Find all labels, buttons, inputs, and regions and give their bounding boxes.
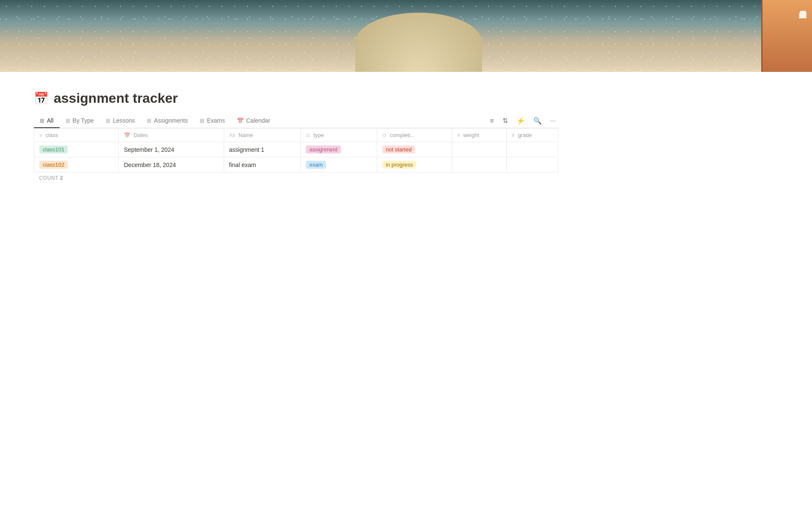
cell-type-2: exam <box>301 157 377 173</box>
col-completion-icon: ⊙ <box>382 132 387 138</box>
class-tag-2: class102 <box>39 161 68 169</box>
table-header-row: ≡ class 📅 Dates Aa Name ⊙ type ⊙ comp <box>34 129 558 142</box>
type-tag-2: exam <box>306 161 326 169</box>
right-banner-decoration: 傭兵立上楼 <box>761 0 812 72</box>
tab-calendar-label: Calendar <box>246 117 270 124</box>
tab-assignments-label: Assignments <box>154 117 188 124</box>
header-banner: 傭兵立上楼 <box>0 0 812 72</box>
cell-name-2: final exam <box>224 157 301 173</box>
cell-class-2: class102 <box>34 157 119 173</box>
lightning-icon: ⚡ <box>516 117 525 124</box>
sort-icon: ⇅ <box>502 117 508 124</box>
cell-name-1: assignment 1 <box>224 142 301 157</box>
tab-calendar-icon: 📅 <box>237 118 244 124</box>
date-value-2: December 18, 2024 <box>124 162 176 168</box>
col-header-type: ⊙ type <box>301 129 377 142</box>
col-header-name: Aa Name <box>224 129 301 142</box>
filter-icon: ≡ <box>490 117 494 124</box>
filter-button[interactable]: ≡ <box>487 115 496 126</box>
count-label: COUNT <box>39 175 59 181</box>
tab-all-icon: ⊞ <box>40 118 44 124</box>
date-value-1: September 1, 2024 <box>124 146 174 153</box>
completion-tag-1: not started <box>382 145 415 153</box>
cell-grade-2 <box>507 157 558 173</box>
cell-completion-1: not started <box>377 142 452 157</box>
tabs-left: ⊞ All ⊞ By Type ⊞ Lessons ⊞ Assignments … <box>34 114 276 128</box>
search-icon: 🔍 <box>533 117 542 124</box>
col-header-class: ≡ class <box>34 129 119 142</box>
tab-assignments[interactable]: ⊞ Assignments <box>141 114 194 128</box>
cell-weight-2 <box>452 157 506 173</box>
col-type-icon: ⊙ <box>306 132 310 138</box>
mountain-shape <box>355 13 482 72</box>
more-button[interactable]: ··· <box>548 115 558 126</box>
name-value-2: final exam <box>229 162 256 168</box>
count-row: COUNT 2 <box>34 173 558 184</box>
col-weight-label: weight <box>463 132 479 138</box>
tab-by-type[interactable]: ⊞ By Type <box>60 114 100 128</box>
table-row[interactable]: class101 September 1, 2024 assignment 1 … <box>34 142 558 157</box>
tab-exams-label: Exams <box>207 117 225 124</box>
cell-class-1: class101 <box>34 142 119 157</box>
page-icon: 📅 <box>34 91 49 105</box>
col-header-grade: # grade <box>507 129 558 142</box>
cell-date-2: December 18, 2024 <box>119 157 224 173</box>
more-icon: ··· <box>550 117 556 124</box>
class-tag-1: class101 <box>39 145 68 153</box>
search-button[interactable]: 🔍 <box>531 115 544 126</box>
completion-tag-2: in progress <box>382 161 416 169</box>
cell-type-1: assignment <box>301 142 377 157</box>
col-weight-icon: # <box>457 132 460 138</box>
col-name-icon: Aa <box>229 132 236 138</box>
tab-all[interactable]: ⊞ All <box>34 114 60 128</box>
tab-lessons-icon: ⊞ <box>106 118 110 124</box>
col-grade-icon: # <box>512 132 515 138</box>
cell-grade-1 <box>507 142 558 157</box>
tab-exams[interactable]: ⊞ Exams <box>194 114 231 128</box>
data-table: ≡ class 📅 Dates Aa Name ⊙ type ⊙ comp <box>34 128 558 184</box>
page-content: 📅 assignment tracker ⊞ All ⊞ By Type ⊞ L… <box>0 72 592 192</box>
tab-assignments-icon: ⊞ <box>147 118 151 124</box>
tab-all-label: All <box>47 117 54 124</box>
cell-weight-1 <box>452 142 506 157</box>
tab-exams-icon: ⊞ <box>200 118 204 124</box>
col-class-icon: ≡ <box>39 132 42 138</box>
col-header-weight: # weight <box>452 129 506 142</box>
page-title: assignment tracker <box>54 90 178 106</box>
cell-date-1: September 1, 2024 <box>119 142 224 157</box>
tabs-right: ≡ ⇅ ⚡ 🔍 ··· <box>487 115 558 126</box>
tabs-row: ⊞ All ⊞ By Type ⊞ Lessons ⊞ Assignments … <box>34 114 558 128</box>
tab-lessons-label: Lessons <box>113 117 135 124</box>
col-dates-icon: 📅 <box>124 132 130 138</box>
lightning-button[interactable]: ⚡ <box>514 115 527 126</box>
tab-lessons[interactable]: ⊞ Lessons <box>100 114 141 128</box>
title-row: 📅 assignment tracker <box>34 90 558 106</box>
banner-art: 傭兵立上楼 <box>0 0 812 72</box>
col-header-dates: 📅 Dates <box>119 129 224 142</box>
tab-calendar[interactable]: 📅 Calendar <box>231 114 276 128</box>
col-name-label: Name <box>239 132 253 138</box>
col-header-completion: ⊙ completi... <box>377 129 452 142</box>
col-completion-label: completi... <box>390 132 415 138</box>
col-type-label: type <box>313 132 324 138</box>
col-grade-label: grade <box>518 132 532 138</box>
sort-button[interactable]: ⇅ <box>500 115 510 126</box>
count-value: 2 <box>60 175 63 181</box>
table-row[interactable]: class102 December 18, 2024 final exam ex… <box>34 157 558 173</box>
col-class-label: class <box>46 132 58 138</box>
name-value-1: assignment 1 <box>229 146 264 153</box>
cell-completion-2: in progress <box>377 157 452 173</box>
col-dates-label: Dates <box>134 132 148 138</box>
tab-by-type-icon: ⊞ <box>66 118 70 124</box>
tab-by-type-label: By Type <box>73 117 94 124</box>
type-tag-1: assignment <box>306 145 340 153</box>
count-cell: COUNT 2 <box>34 173 558 184</box>
